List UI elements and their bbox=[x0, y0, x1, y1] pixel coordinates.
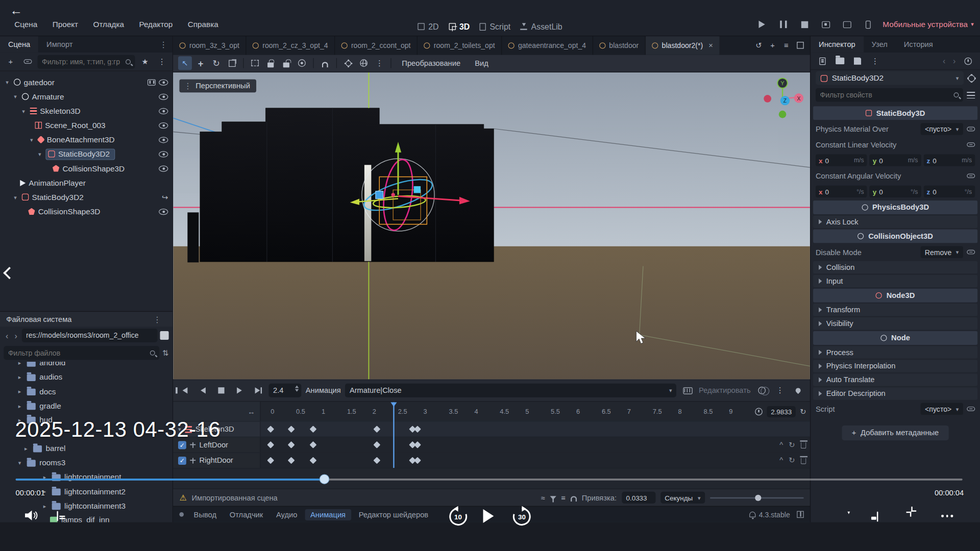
node-options-gear-icon[interactable] bbox=[968, 74, 975, 81]
scene-tab-5[interactable]: blastdoor bbox=[593, 36, 646, 55]
tree-row-animationplayer[interactable]: AnimationPlayer bbox=[0, 176, 173, 190]
tree-row-collisionshape[interactable]: CollisionShape3D bbox=[0, 161, 173, 176]
instanced-arrow-icon[interactable]: ↪ bbox=[162, 193, 168, 202]
play-backwards-button[interactable] bbox=[196, 384, 210, 397]
pin-value-icon[interactable] bbox=[967, 250, 975, 255]
perspective-label[interactable]: ⋮ Перспективный bbox=[179, 79, 256, 92]
video-more-button[interactable] bbox=[941, 515, 953, 517]
script-dropdown[interactable]: <пусто>▾ bbox=[921, 403, 963, 415]
close-icon[interactable]: × bbox=[708, 41, 713, 50]
bottom-tab-shader-editor[interactable]: Редактор шейдеров bbox=[353, 509, 434, 520]
disable-mode-dropdown[interactable]: Remove▾ bbox=[920, 246, 963, 258]
film-badge-icon[interactable] bbox=[148, 79, 156, 85]
tree-row-staticbody-selected[interactable]: ▾ StaticBody3D2 bbox=[0, 147, 173, 161]
movie-maker-button[interactable] bbox=[819, 17, 832, 31]
tab-inspector[interactable]: Инспектор bbox=[811, 36, 864, 53]
expand-icon[interactable]: ▾ bbox=[12, 93, 18, 99]
property-filter-input[interactable] bbox=[820, 91, 951, 99]
loop-toggle-icon[interactable]: ↻ bbox=[800, 407, 806, 416]
expand-icon[interactable]: ▸ bbox=[41, 503, 48, 509]
expand-icon[interactable]: ▸ bbox=[16, 389, 23, 395]
timeline-playhead[interactable] bbox=[393, 403, 394, 468]
category-collisionobject3d[interactable]: CollisionObject3D bbox=[813, 229, 977, 243]
visibility-eye-icon[interactable] bbox=[159, 108, 168, 114]
track-keys-area[interactable]: ^ ↻ bbox=[261, 453, 810, 468]
track-keys-area[interactable] bbox=[261, 422, 810, 437]
track-group-skeleton[interactable]: ▾ Skeleton3D bbox=[173, 421, 810, 437]
video-back-button[interactable]: ← bbox=[10, 4, 22, 18]
video-play-button[interactable] bbox=[483, 509, 494, 523]
expand-icon[interactable]: ▸ bbox=[16, 403, 23, 409]
x-field[interactable]: x0°/s bbox=[816, 186, 867, 197]
file-filter-input[interactable] bbox=[8, 349, 147, 357]
stop-button[interactable] bbox=[798, 17, 812, 31]
visibility-eye-icon[interactable] bbox=[159, 151, 168, 157]
tab-list-icon[interactable]: ≡ bbox=[780, 39, 792, 53]
expand-icon[interactable]: ▾ bbox=[4, 79, 10, 85]
volume-button[interactable] bbox=[24, 509, 39, 523]
visibility-eye-icon[interactable] bbox=[159, 122, 168, 128]
snap-button[interactable] bbox=[318, 57, 332, 70]
skip-back-button[interactable]: 10 bbox=[448, 506, 469, 528]
group-tracks-icon[interactable]: ≡ bbox=[561, 493, 566, 502]
preview-options-icon[interactable]: ⋮ bbox=[373, 57, 386, 70]
track-enabled-checkbox[interactable]: ✓ bbox=[178, 457, 186, 465]
expand-icon[interactable]: ▸ bbox=[16, 362, 23, 366]
bottom-tab-output[interactable]: Вывод bbox=[188, 509, 222, 520]
fs-row-android[interactable]: ▸android bbox=[0, 362, 173, 370]
category-staticbody3d[interactable]: StaticBody3D bbox=[813, 106, 977, 120]
save-resource-button[interactable] bbox=[851, 54, 865, 68]
scene-tab-2[interactable]: room_2_ccont_opt bbox=[335, 36, 418, 55]
edit-animation-button[interactable]: Редактировать bbox=[699, 386, 751, 395]
expand-icon[interactable]: ▾ bbox=[36, 151, 43, 157]
tab-node[interactable]: Узел bbox=[864, 36, 896, 53]
expand-icon[interactable]: ▾ bbox=[28, 137, 35, 143]
visibility-eye-icon[interactable] bbox=[159, 165, 168, 171]
bottom-tab-animation[interactable]: Анимация bbox=[305, 509, 351, 520]
tree-row-gatedoor[interactable]: ▾ gatedoor bbox=[0, 75, 173, 89]
y-field[interactable]: y0°/s bbox=[870, 186, 921, 197]
scene-tab-1[interactable]: room_2_cz_3_opt_4 bbox=[246, 36, 335, 55]
pin-value-icon[interactable] bbox=[967, 173, 975, 178]
category-node3d[interactable]: Node3D bbox=[813, 289, 977, 303]
filter-tracks-icon[interactable] bbox=[550, 496, 556, 499]
animation-menu-button[interactable]: Анимация bbox=[306, 386, 341, 395]
z-field[interactable]: z0°/s bbox=[923, 186, 975, 197]
preview-sun-button[interactable] bbox=[341, 57, 355, 70]
fold-auto-translate[interactable]: Auto Translate bbox=[813, 373, 977, 386]
stop-animation-button[interactable] bbox=[214, 384, 228, 397]
tree-row-scene-root[interactable]: Scene_Root_003 bbox=[0, 118, 173, 132]
play-button[interactable] bbox=[755, 17, 769, 31]
wrap-icon[interactable]: ^ bbox=[779, 440, 783, 449]
mode-script-button[interactable]: Script bbox=[480, 22, 510, 31]
visibility-eye-icon[interactable] bbox=[159, 208, 168, 214]
bottom-tab-audio[interactable]: Аудио bbox=[271, 509, 303, 520]
scene-tab-3[interactable]: room_2_toilets_opt bbox=[418, 36, 502, 55]
device-deploy-button[interactable] bbox=[862, 17, 875, 31]
scale-tool-button[interactable] bbox=[225, 57, 239, 70]
filter-options-icon[interactable] bbox=[967, 91, 975, 98]
visibility-eye-icon[interactable] bbox=[159, 93, 168, 99]
instance-scene-button[interactable] bbox=[20, 55, 34, 68]
tree-row-staticbody2[interactable]: ▾ StaticBody3D2 ↪ bbox=[0, 190, 173, 204]
select-tool-button[interactable]: ↖ bbox=[178, 57, 192, 70]
picture-in-picture-button[interactable] bbox=[877, 512, 878, 521]
animation-length-field[interactable]: 2.9833 bbox=[767, 406, 796, 417]
expand-icon[interactable]: ▸ bbox=[22, 445, 29, 452]
scene-tab-active[interactable]: blastdoor2(*)× bbox=[646, 36, 720, 55]
mode-3d-button[interactable]: 3D bbox=[449, 22, 470, 31]
load-resource-button[interactable] bbox=[833, 54, 847, 68]
animation-clip-dropdown[interactable]: Armature|Close ▾ bbox=[345, 384, 676, 397]
fold-collision[interactable]: Collision bbox=[813, 261, 977, 273]
nav-back-icon[interactable]: ‹ bbox=[4, 331, 10, 340]
physics-material-dropdown[interactable]: <пусто>▾ bbox=[921, 123, 963, 135]
fs-row-audios[interactable]: ▸audios bbox=[0, 370, 173, 384]
tab-scene[interactable]: Сцена bbox=[0, 36, 38, 53]
new-resource-button[interactable] bbox=[816, 54, 829, 68]
tree-row-collisionshape2[interactable]: CollisionShape3D bbox=[0, 204, 173, 218]
expand-icon[interactable]: ▾ bbox=[16, 460, 23, 466]
lock-button[interactable] bbox=[264, 57, 278, 70]
onion-skinning-button[interactable] bbox=[755, 384, 769, 397]
scene-tree-menu-button[interactable]: ⋮ bbox=[155, 55, 169, 68]
scene-filter-input[interactable] bbox=[42, 58, 122, 65]
